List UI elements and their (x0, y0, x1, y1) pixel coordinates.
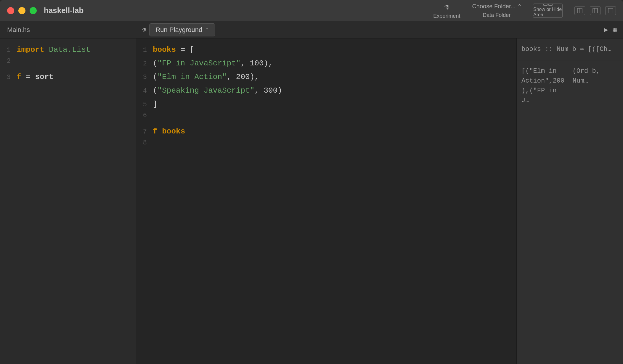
playground-line-4: 4 ("Speaking JavaScript", 300) (136, 84, 516, 98)
pg-eq-op: = (181, 45, 190, 54)
playground-line-7: 7 f books (136, 125, 516, 138)
app-window: haskell-lab ⚗ Experiment Choose Folder..… (0, 0, 623, 364)
layout-buttons (574, 6, 616, 15)
right-tab-panel: ⚗ Run Playground ⌃ (136, 21, 598, 38)
main-content: 1 import Data.List 2 3 f = (0, 38, 623, 364)
tab-bar: Main.hs ⚗ Run Playground ⌃ ▶ ▦ (0, 21, 623, 38)
title-bar-right: ⚗ Experiment Choose Folder... ⌃ Data Fol… (433, 2, 616, 19)
var-books: books (153, 45, 176, 54)
pg-line-content-7: f books (153, 125, 516, 138)
pg-line-content-4: ("Speaking JavaScript", 300) (153, 85, 516, 97)
playground-line-2: 2 ("FP in JavaScript", 100), (136, 57, 516, 70)
pg-line-content-1: books = [ (153, 44, 516, 56)
code-line-1: 1 import Data.List (0, 43, 136, 57)
result-row: [("Elm in Action",200 ),("FP in J… (Ord … (521, 66, 618, 105)
close-bracket: ] (153, 100, 158, 109)
left-code-editor[interactable]: 1 import Data.List 2 3 f = (0, 38, 136, 364)
title-bar: haskell-lab ⚗ Experiment Choose Folder..… (0, 0, 623, 21)
pg-line-num-3: 3 (136, 74, 153, 81)
experiment-button[interactable]: ⚗ Experiment (433, 2, 460, 19)
layout-single-button[interactable] (574, 6, 585, 15)
pg-line-content-2: ("FP in JavaScript", 100), (153, 57, 516, 70)
experiment-small-icon: ⚗ (142, 25, 146, 34)
keyword-import: import (17, 45, 44, 54)
eq-op: = (26, 73, 35, 81)
run-playground-button[interactable]: Run Playground ⌃ (149, 23, 215, 36)
code-line-3: 3 f = sort (0, 70, 136, 84)
choose-folder-button[interactable]: Choose Folder... ⌃ Data Folder (472, 3, 521, 18)
line-num-3: 3 (0, 74, 17, 81)
grid-view-button[interactable]: ▦ (613, 25, 617, 34)
result-type: (Ord b, Num… (573, 66, 619, 86)
pg-line-content-3: ("Elm in Action", 200), (153, 71, 516, 83)
pg-line-num-8: 8 (136, 139, 153, 146)
playground-line-1: 1 books = [ (136, 43, 516, 57)
right-output-panel: books :: Num b ⇒ [([Ch… [("Elm in Action… (516, 38, 623, 364)
minimize-button[interactable] (18, 7, 25, 14)
line-num-1: 1 (0, 46, 17, 54)
pg-line-num-7: 7 (136, 128, 153, 136)
close-button[interactable] (7, 7, 14, 14)
pg-line-num-2: 2 (136, 60, 153, 67)
maximize-button[interactable] (30, 7, 37, 14)
line-content-1: import Data.List (17, 44, 136, 56)
layout-double-button[interactable] (590, 6, 600, 15)
fn-f-call: f (153, 127, 158, 136)
window-title: haskell-lab (44, 6, 84, 15)
run-playground-chevron-icon: ⌃ (205, 27, 209, 33)
code-line-2: 2 (0, 57, 136, 70)
pg-line-num-5: 5 (136, 101, 153, 108)
open-bracket: [ (190, 45, 195, 54)
play-button[interactable]: ▶ (604, 25, 608, 34)
result-section: [("Elm in Action",200 ),("FP in J… (Ord … (517, 60, 623, 111)
playground-line-8: 8 (136, 138, 516, 152)
line-num-2: 2 (0, 57, 17, 65)
playground-line-3: 3 ("Elm in Action", 200), (136, 70, 516, 84)
left-tab-panel: Main.hs (0, 21, 136, 38)
books-type-signature: books :: Num b ⇒ [([Ch… (521, 44, 618, 54)
show-hide-button[interactable]: Show or Hide Area (533, 4, 563, 18)
pg-line-content-5: ] (153, 98, 516, 111)
svg-rect-2 (593, 8, 598, 13)
left-editor-panel: 1 import Data.List 2 3 f = (0, 38, 136, 364)
svg-rect-5 (608, 8, 613, 13)
folder-chevron-icon: ⌃ (518, 3, 521, 9)
experiment-icon: ⚗ (444, 2, 449, 12)
run-playground-label: Run Playground (155, 26, 202, 34)
layout-triple-button[interactable] (605, 6, 616, 15)
result-value: [("Elm in Action",200 ),("FP in J… (521, 66, 567, 105)
traffic-lights (7, 7, 37, 14)
main-file-tab[interactable]: Main.hs (7, 26, 30, 34)
builtin-sort: sort (35, 73, 53, 81)
pg-line-num-1: 1 (136, 46, 153, 54)
line-content-3: f = sort (17, 71, 136, 83)
view-controls: Show or Hide Area (533, 4, 563, 18)
experiment-label: Experiment (433, 13, 460, 19)
pg-line-num-6: 6 (136, 112, 153, 119)
tab-bar-controls: ▶ ▦ (598, 21, 623, 38)
fn-f: f (17, 73, 21, 81)
module-data-list: Data.List (49, 45, 90, 54)
type-signature-section: books :: Num b ⇒ [([Ch… (517, 38, 623, 60)
pg-line-num-4: 4 (136, 87, 153, 95)
books-arg: books (162, 127, 185, 136)
middle-code-editor[interactable]: 1 books = [ 2 ("FP in JavaScript", 100), (136, 38, 516, 364)
playground-line-6: 6 (136, 111, 516, 125)
middle-editor-panel: 1 books = [ 2 ("FP in JavaScript", 100), (136, 38, 516, 364)
data-folder-label: Data Folder (483, 12, 510, 18)
folder-label: Choose Folder... (472, 3, 516, 10)
show-hide-label: Show or Hide Area (533, 7, 562, 17)
playground-line-5: 5 ] (136, 98, 516, 111)
